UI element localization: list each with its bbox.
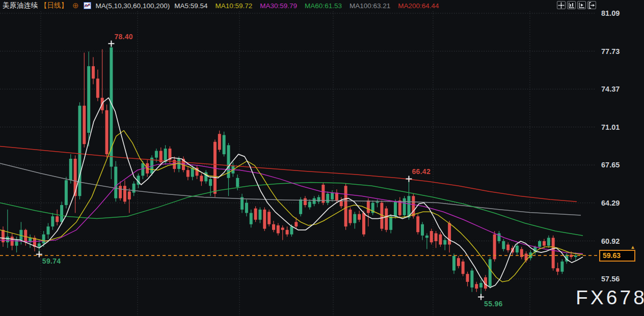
candle-body[interactable] bbox=[277, 225, 280, 234]
candle-body[interactable] bbox=[105, 110, 109, 155]
candle-body[interactable] bbox=[200, 176, 203, 181]
candle-body[interactable] bbox=[281, 227, 284, 229]
candle-body[interactable] bbox=[385, 209, 388, 230]
candle-body[interactable] bbox=[250, 213, 253, 224]
candle-body[interactable] bbox=[344, 186, 347, 226]
candle-body[interactable] bbox=[321, 185, 325, 203]
candle-body[interactable] bbox=[313, 198, 316, 204]
candle-body[interactable] bbox=[51, 216, 54, 226]
candle-body[interactable] bbox=[470, 271, 473, 288]
period-label[interactable]: 【日线】 bbox=[40, 1, 68, 10]
candle-body[interactable] bbox=[218, 134, 221, 150]
candle-body[interactable] bbox=[516, 246, 519, 252]
ma-line-ma200[interactable] bbox=[0, 147, 577, 202]
candle-body[interactable] bbox=[335, 193, 338, 201]
candle-body[interactable] bbox=[367, 200, 370, 213]
candle-body[interactable] bbox=[290, 226, 293, 235]
candle-body[interactable] bbox=[538, 241, 541, 247]
candle-body[interactable] bbox=[236, 178, 239, 187]
candle-body[interactable] bbox=[376, 202, 379, 203]
y-axis-label: 67.65 bbox=[601, 161, 634, 169]
candle-body[interactable] bbox=[92, 66, 95, 78]
candle-body[interactable] bbox=[475, 284, 478, 289]
line-chart-icon[interactable] bbox=[84, 2, 91, 9]
ma-value-label: MA200:64.44 bbox=[398, 2, 439, 10]
candle-body[interactable] bbox=[114, 167, 117, 198]
candle-body[interactable] bbox=[60, 205, 63, 222]
candle-body[interactable] bbox=[552, 238, 555, 268]
candle-body[interactable] bbox=[141, 163, 144, 176]
candle-body[interactable] bbox=[6, 237, 9, 242]
candle-body[interactable] bbox=[435, 233, 438, 241]
candle-body[interactable] bbox=[448, 223, 451, 244]
candle-body[interactable] bbox=[119, 186, 122, 198]
y-axis-label: 64.29 bbox=[601, 199, 634, 207]
candle-body[interactable] bbox=[245, 203, 248, 213]
candle-body[interactable] bbox=[439, 235, 442, 245]
candle-body[interactable] bbox=[258, 210, 261, 220]
candle-body[interactable] bbox=[462, 262, 465, 274]
candle-body[interactable] bbox=[123, 186, 126, 202]
candlestick-chart[interactable] bbox=[0, 0, 644, 316]
candle-body[interactable] bbox=[47, 226, 50, 235]
candle-body[interactable] bbox=[466, 274, 469, 282]
circle-plus-icon[interactable]: ⊕ bbox=[72, 2, 79, 9]
candle-body[interactable] bbox=[358, 214, 361, 220]
candle-body[interactable] bbox=[403, 198, 406, 215]
candle-body[interactable] bbox=[457, 258, 460, 266]
candle-body[interactable] bbox=[308, 202, 311, 207]
candle-body[interactable] bbox=[502, 241, 505, 249]
candle-body[interactable] bbox=[452, 256, 455, 271]
candle-body[interactable] bbox=[506, 245, 509, 250]
candle-body[interactable] bbox=[304, 198, 307, 205]
candle-body[interactable] bbox=[11, 237, 14, 246]
candle-body[interactable] bbox=[556, 268, 559, 272]
candle-body[interactable] bbox=[186, 170, 190, 177]
candle-body[interactable] bbox=[489, 259, 492, 286]
candle-body[interactable] bbox=[547, 238, 550, 246]
candle-body[interactable] bbox=[38, 243, 41, 247]
ma-line-ma100[interactable] bbox=[0, 163, 581, 215]
candle-body[interactable] bbox=[254, 209, 257, 220]
candle-body[interactable] bbox=[353, 214, 356, 223]
candle-body[interactable] bbox=[326, 194, 329, 203]
candle-body[interactable] bbox=[317, 197, 320, 202]
candle-body[interactable] bbox=[294, 222, 298, 226]
candle-body[interactable] bbox=[209, 179, 212, 186]
candle-body[interactable] bbox=[267, 212, 271, 224]
candle-body[interactable] bbox=[132, 184, 136, 193]
candle-body[interactable] bbox=[69, 159, 72, 180]
candle-body[interactable] bbox=[42, 235, 45, 244]
candle-body[interactable] bbox=[389, 216, 392, 230]
candle-body[interactable] bbox=[223, 135, 226, 154]
candle-body[interactable] bbox=[421, 224, 424, 236]
candle-body[interactable] bbox=[479, 283, 482, 288]
candle-body[interactable] bbox=[412, 196, 415, 216]
candle-body[interactable] bbox=[362, 213, 365, 234]
candle-body[interactable] bbox=[263, 210, 266, 229]
candle-body[interactable] bbox=[430, 231, 433, 242]
candle-body[interactable] bbox=[340, 200, 343, 206]
candle-body[interactable] bbox=[443, 240, 446, 245]
candle-body[interactable] bbox=[74, 159, 77, 196]
candle-body[interactable] bbox=[543, 241, 546, 246]
candle-body[interactable] bbox=[425, 236, 428, 238]
ma-settings-label[interactable]: MA(5,10,30,60,100,200) bbox=[96, 2, 170, 10]
candle-body[interactable] bbox=[498, 233, 501, 241]
candle-body[interactable] bbox=[560, 262, 564, 272]
candle-body[interactable] bbox=[83, 106, 86, 144]
candle-body[interactable] bbox=[416, 216, 419, 232]
price-annotation: 66.42 bbox=[412, 167, 431, 176]
candle-body[interactable] bbox=[96, 78, 99, 98]
candle-body[interactable] bbox=[348, 210, 352, 223]
candle-body[interactable] bbox=[56, 216, 59, 222]
candle-body[interactable] bbox=[155, 151, 158, 157]
candle-body[interactable] bbox=[286, 230, 289, 235]
candle-body[interactable] bbox=[65, 180, 68, 205]
candle-body[interactable] bbox=[128, 191, 131, 199]
candle-body[interactable] bbox=[394, 202, 397, 216]
candle-body[interactable] bbox=[272, 224, 275, 230]
candle-body[interactable] bbox=[87, 66, 90, 133]
candle-body[interactable] bbox=[299, 199, 302, 214]
candle-body[interactable] bbox=[331, 193, 334, 199]
